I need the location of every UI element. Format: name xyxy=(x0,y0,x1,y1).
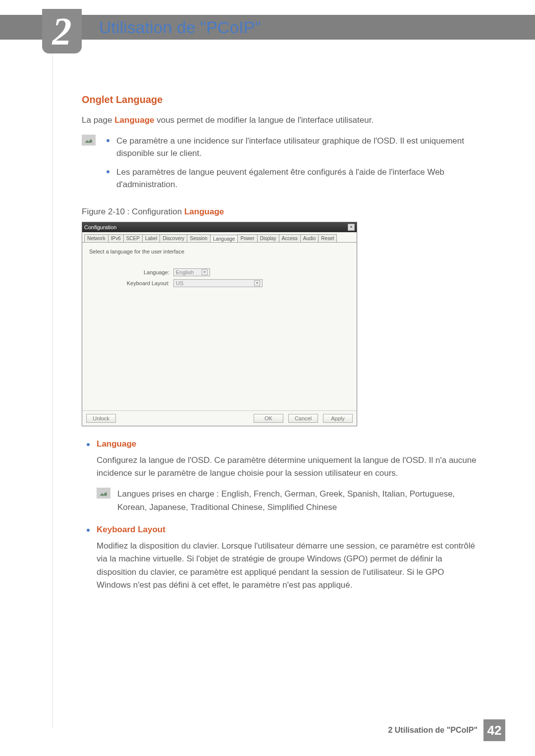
keyboard-row: Keyboard Layout: US ▾ xyxy=(89,279,350,287)
language-row: Language: English ▾ xyxy=(89,268,350,276)
dialog-description: Select a language for the user interface xyxy=(89,249,350,254)
language-label: Language: xyxy=(89,269,173,275)
apply-button[interactable]: Apply xyxy=(323,414,353,423)
intro-highlight: Language xyxy=(114,115,154,125)
tab-ipv6[interactable]: IPv6 xyxy=(108,234,124,242)
definition-language-note: Langues prises en charge : English, Fren… xyxy=(82,488,478,514)
tab-network[interactable]: Network xyxy=(84,234,108,242)
dialog-title: Configuration xyxy=(84,224,116,230)
tab-language[interactable]: Language xyxy=(210,235,238,243)
intro-post: vous permet de modifier la langue de l'i… xyxy=(154,115,374,125)
note-icon xyxy=(82,135,96,146)
close-icon[interactable]: × xyxy=(348,224,355,231)
tab-scep[interactable]: SCEP xyxy=(123,234,143,242)
language-value: English xyxy=(176,269,194,275)
tab-label[interactable]: Label xyxy=(142,234,160,242)
page-number: 42 xyxy=(483,719,505,741)
configuration-dialog: Configuration × Network IPv6 SCEP Label … xyxy=(82,222,357,426)
dialog-titlebar: Configuration × xyxy=(82,222,357,232)
definition-keyboard-heading: Keyboard Layout xyxy=(82,525,478,535)
definition-keyboard-title: Keyboard Layout xyxy=(97,525,165,534)
figure-pre: Figure 2-10 : Configuration xyxy=(82,207,184,216)
dialog-tabs: Network IPv6 SCEP Label Discovery Sessio… xyxy=(82,232,357,242)
language-select[interactable]: English ▾ xyxy=(173,268,210,276)
chapter-badge: 2 xyxy=(42,9,82,53)
definition-language-heading: Language xyxy=(82,439,478,449)
tab-audio[interactable]: Audio xyxy=(300,234,319,242)
definition-language-body: Configurez la langue de l'OSD. Ce paramè… xyxy=(82,454,478,480)
footer-text: 2 Utilisation de "PCoIP" xyxy=(388,726,478,735)
left-margin-rule xyxy=(52,15,53,728)
ok-button[interactable]: OK xyxy=(254,414,283,423)
tab-session[interactable]: Session xyxy=(187,234,211,242)
figure-highlight: Language xyxy=(184,207,224,216)
keyboard-label: Keyboard Layout: xyxy=(89,280,173,286)
unlock-button[interactable]: Unlock xyxy=(86,414,116,423)
page-footer: 2 Utilisation de "PCoIP" 42 xyxy=(388,719,505,741)
keyboard-select[interactable]: US ▾ xyxy=(173,279,263,287)
definition-language-note-text: Langues prises en charge : English, Fren… xyxy=(117,488,478,514)
chevron-down-icon: ▾ xyxy=(254,280,260,286)
tab-discovery[interactable]: Discovery xyxy=(160,234,187,242)
keyboard-value: US xyxy=(176,280,183,286)
tab-reset[interactable]: Reset xyxy=(318,234,337,242)
dialog-button-bar: Unlock OK Cancel Apply xyxy=(82,410,357,426)
definition-language-title: Language xyxy=(97,439,136,449)
intro-paragraph: La page Language vous permet de modifier… xyxy=(82,114,478,127)
tab-display[interactable]: Display xyxy=(257,234,279,242)
chapter-title: Utilisation de "PCoIP" xyxy=(99,18,261,37)
note-item: Les paramètres de langue peuvent égaleme… xyxy=(103,166,478,191)
note-item: Ce paramètre a une incidence sur l'inter… xyxy=(103,135,478,160)
figure-caption: Figure 2-10 : Configuration Language xyxy=(82,207,478,217)
dialog-body: Select a language for the user interface… xyxy=(82,242,357,410)
tab-access[interactable]: Access xyxy=(279,234,301,242)
cancel-button[interactable]: Cancel xyxy=(288,414,318,423)
chapter-number: 2 xyxy=(53,9,72,53)
note-block: Ce paramètre a une incidence sur l'inter… xyxy=(82,135,478,197)
note-icon xyxy=(97,488,110,499)
chevron-down-icon: ▾ xyxy=(202,269,208,275)
tab-power[interactable]: Power xyxy=(237,234,257,242)
definition-keyboard-body: Modifiez la disposition du clavier. Lors… xyxy=(82,540,478,592)
intro-pre: La page xyxy=(82,115,114,125)
section-heading: Onglet Language xyxy=(82,94,478,105)
